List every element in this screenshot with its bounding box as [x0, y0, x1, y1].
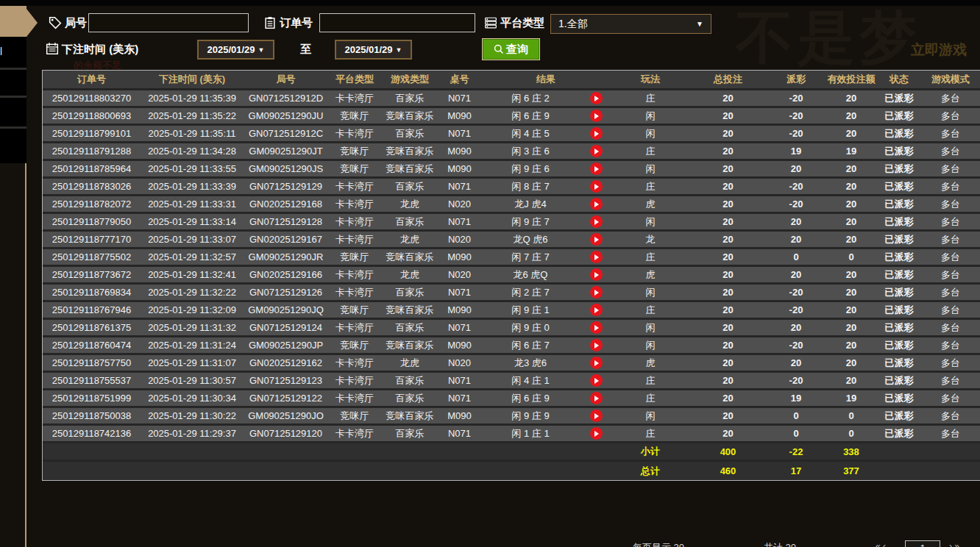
cell-total-bet: 20 — [689, 302, 767, 320]
col-bet-time: 下注时间 (美东) — [141, 71, 244, 90]
page-next-icons[interactable]: › » — [949, 541, 959, 547]
play-video-icon[interactable] — [590, 162, 603, 175]
play-video-icon[interactable] — [590, 251, 603, 263]
total-label: 总计 — [611, 462, 689, 480]
cell-table: N020 — [438, 232, 480, 249]
cell-total-bet: 20 — [689, 390, 767, 408]
order-number-input[interactable] — [319, 13, 475, 32]
cell-total-bet: 20 — [689, 108, 767, 126]
cell-valid-bet: 20 — [825, 373, 877, 390]
col-round: 局号 — [244, 71, 328, 90]
query-button[interactable]: 查询 — [482, 38, 540, 60]
sidebar-item-4[interactable] — [0, 98, 26, 126]
table-row: 2501291187859642025-01-29 11:33:55GM0902… — [43, 161, 980, 179]
play-video-icon[interactable] — [590, 392, 603, 404]
play-video-icon[interactable] — [590, 145, 603, 157]
cell-game-mode: 多台 — [921, 355, 980, 373]
platform-type-value: 1.全部 — [558, 18, 588, 31]
play-video-icon[interactable] — [590, 268, 603, 281]
table-row: 2501291187790502025-01-29 11:33:14GN0712… — [43, 214, 980, 232]
cell-play-type: 庄 — [611, 302, 689, 320]
play-video-icon[interactable] — [590, 110, 603, 122]
cell-result: 闲 6 庄 7 — [480, 337, 580, 355]
date-from-picker[interactable]: 2025/01/29 ▼ — [197, 40, 274, 60]
cell-status: 已派彩 — [877, 214, 921, 232]
cell-status: 已派彩 — [877, 390, 921, 408]
col-total-bet: 总投注 — [689, 71, 767, 90]
cell-table: N071 — [438, 214, 480, 232]
cell-round: GM090251290JU — [244, 108, 328, 126]
col-table: 桌号 — [438, 71, 480, 90]
cell-game-type: 竞咪百家乐 — [381, 161, 438, 179]
cell-payout: 20 — [767, 214, 825, 232]
play-video-icon[interactable] — [590, 339, 603, 351]
play-video-icon[interactable] — [590, 304, 603, 316]
cell-play-type: 虎 — [611, 355, 689, 373]
cell-play-type: 闲 — [611, 408, 689, 426]
platform-type-label: 平台类型 — [500, 16, 544, 30]
cell-round: GM090251290JP — [244, 337, 328, 355]
calendar-icon — [46, 42, 59, 55]
total-count-text: 共计 20 — [764, 541, 796, 547]
play-video-icon[interactable] — [590, 410, 603, 422]
play-video-icon[interactable] — [590, 321, 603, 334]
play-video-icon[interactable] — [590, 374, 603, 387]
cell-valid-bet: 20 — [825, 355, 877, 373]
play-video-icon[interactable] — [590, 427, 603, 440]
cell-replay — [580, 249, 611, 267]
cell-round: GM090251290JO — [244, 408, 328, 426]
filter-bar: 局号 订单号 平台类型 1.全部 ▼ 下注时间 (美东) 2025/01/29 … — [29, 0, 980, 70]
play-video-icon[interactable] — [590, 198, 603, 210]
cell-game-type: 百家乐 — [381, 426, 438, 443]
cell-bet-time: 2025-01-29 11:31:32 — [141, 320, 244, 337]
cell-round: GN07125129128 — [244, 214, 328, 232]
cell-valid-bet: 20 — [825, 267, 877, 285]
play-video-icon[interactable] — [590, 92, 603, 104]
cell-valid-bet: 19 — [825, 390, 877, 408]
round-number-input[interactable] — [88, 13, 249, 32]
cell-replay — [580, 161, 611, 179]
cell-bet-time: 2025-01-29 11:33:31 — [141, 196, 244, 214]
date-to-picker[interactable]: 2025/01/29 ▼ — [335, 40, 412, 60]
cell-order: 250129118775502 — [43, 249, 141, 267]
play-video-icon[interactable] — [590, 127, 603, 140]
cell-game-mode: 多台 — [921, 108, 980, 126]
cell-platform: 卡卡湾厅 — [328, 373, 381, 390]
table-row: 2501291187519992025-01-29 11:30:34GN0712… — [43, 390, 980, 408]
cell-round: GM090251290JR — [244, 249, 328, 267]
play-video-icon[interactable] — [590, 357, 603, 369]
cell-table: M090 — [438, 143, 480, 161]
cell-game-mode: 多台 — [921, 426, 980, 443]
platform-list-icon — [484, 16, 497, 29]
sidebar-item-5[interactable] — [0, 129, 26, 163]
cell-game-type: 百家乐 — [381, 285, 438, 302]
total-payout: 17 — [767, 462, 825, 480]
cell-payout: -20 — [767, 179, 825, 196]
table-row: 2501291187991012025-01-29 11:35:11GN0712… — [43, 126, 980, 143]
play-video-icon[interactable] — [590, 180, 603, 193]
sidebar-item-selected[interactable] — [0, 6, 26, 37]
cell-bet-time: 2025-01-29 11:34:28 — [141, 143, 244, 161]
cell-table: M090 — [438, 337, 480, 355]
cell-game-mode: 多台 — [921, 390, 980, 408]
sidebar-item-2[interactable]: l — [0, 37, 26, 68]
cell-payout: -20 — [767, 126, 825, 143]
play-video-icon[interactable] — [590, 286, 603, 298]
cell-total-bet: 20 — [689, 143, 767, 161]
platform-type-select[interactable]: 1.全部 ▼ — [550, 14, 711, 34]
cell-platform: 卡卡湾厅 — [328, 196, 381, 214]
play-video-icon[interactable] — [590, 215, 603, 228]
cell-payout: -20 — [767, 302, 825, 320]
page-number-input[interactable]: 1 — [905, 540, 940, 547]
cell-status: 已派彩 — [877, 90, 921, 108]
play-video-icon[interactable] — [590, 233, 603, 246]
screen: l 不是梦 立即游戏 的余额不足 局号 订单号 — [0, 0, 980, 547]
cell-round: GN07125129122 — [244, 390, 328, 408]
cell-replay — [580, 90, 611, 108]
cell-game-type: 百家乐 — [381, 214, 438, 232]
page-prev-icons[interactable]: « ‹ — [876, 541, 886, 547]
sidebar-item-3[interactable] — [0, 70, 26, 96]
cell-game-type: 竞咪百家乐 — [381, 108, 438, 126]
col-play-type: 玩法 — [611, 71, 689, 90]
cell-result: 闲 8 庄 7 — [480, 179, 580, 196]
